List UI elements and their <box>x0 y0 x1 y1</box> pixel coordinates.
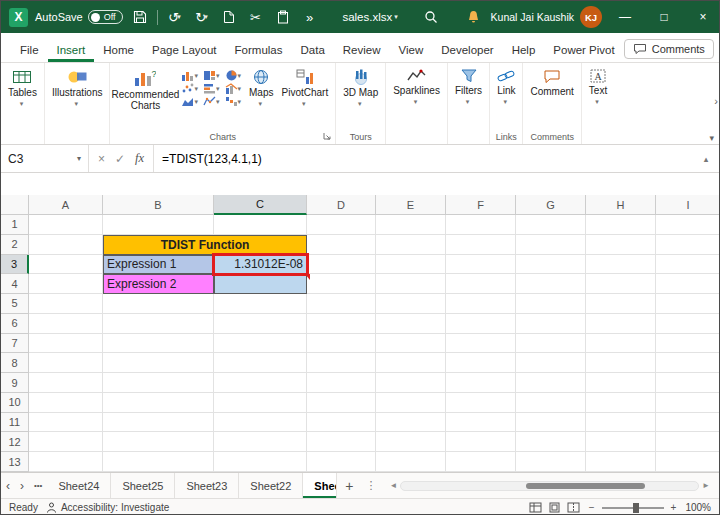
zoom-in-button[interactable]: + <box>671 502 677 513</box>
cell-F11[interactable] <box>446 413 516 433</box>
pie-chart-button[interactable]: ▾ <box>225 70 242 81</box>
cell-F5[interactable] <box>446 294 516 314</box>
tab-review[interactable]: Review <box>334 37 390 62</box>
cell-C10[interactable] <box>214 393 307 413</box>
row-header-12[interactable]: 12 <box>1 432 29 452</box>
cell-H6[interactable] <box>586 314 656 334</box>
cell-A4[interactable] <box>29 274 103 294</box>
cell-C8[interactable] <box>214 353 307 373</box>
close-button[interactable]: × <box>687 1 719 33</box>
column-header-B[interactable]: B <box>103 195 214 215</box>
cell-F3[interactable] <box>446 255 516 275</box>
tab-power-pivot[interactable]: Power Pivot <box>544 37 623 62</box>
row-header-2[interactable]: 2 <box>1 235 29 255</box>
hierarchy-chart-button[interactable]: ▾ <box>203 70 220 81</box>
insert-function-button[interactable]: fx <box>135 151 144 166</box>
cell-B5[interactable] <box>103 294 214 314</box>
row-header-1[interactable]: 1 <box>1 215 29 235</box>
cell-E9[interactable] <box>376 373 446 393</box>
row-header-8[interactable]: 8 <box>1 353 29 373</box>
scrollbar-track[interactable] <box>400 481 699 491</box>
cell-G7[interactable] <box>516 334 586 354</box>
cell-B13[interactable] <box>103 452 214 472</box>
cell-D2[interactable] <box>307 235 376 255</box>
charts-dialog-launcher[interactable] <box>323 132 331 142</box>
new-sheet-button[interactable]: + <box>337 473 361 498</box>
combo-chart-button[interactable]: ▾ <box>225 83 242 94</box>
cell-B10[interactable] <box>103 393 214 413</box>
accessibility-status[interactable]: Accessibility: Investigate <box>46 502 169 513</box>
page-break-view-icon[interactable] <box>567 502 580 513</box>
cell-D6[interactable] <box>307 314 376 334</box>
cell-D13[interactable] <box>307 452 376 472</box>
cancel-button[interactable]: × <box>98 152 105 166</box>
comments-button[interactable]: Comments <box>624 39 714 59</box>
sheet-nav-right-button[interactable]: › <box>15 473 29 498</box>
sheet-options-button[interactable]: ⋮ <box>362 473 381 498</box>
minimize-button[interactable]: — <box>609 1 641 33</box>
cell-C6[interactable] <box>214 314 307 334</box>
zoom-out-button[interactable]: − <box>589 502 595 513</box>
cell-I3[interactable] <box>656 255 719 275</box>
column-header-F[interactable]: F <box>446 195 516 215</box>
row-header-13[interactable]: 13 <box>1 452 29 472</box>
row-header-9[interactable]: 9 <box>1 373 29 393</box>
cell-C5[interactable] <box>214 294 307 314</box>
pivotchart-button[interactable]: PivotChart ▾ <box>277 65 332 109</box>
tab-data[interactable]: Data <box>292 37 334 62</box>
scroll-left-icon[interactable]: ◄ <box>387 481 401 490</box>
scroll-right-icon[interactable]: ► <box>699 481 713 490</box>
cell-A7[interactable] <box>29 334 103 354</box>
cell-F12[interactable] <box>446 432 516 452</box>
cell-G11[interactable] <box>516 413 586 433</box>
cell-C4[interactable] <box>214 274 307 294</box>
3d-map-button[interactable]: 3D Map ▾ <box>339 65 382 109</box>
tab-help[interactable]: Help <box>503 37 545 62</box>
cell-F6[interactable] <box>446 314 516 334</box>
recommended-charts-button[interactable]: ? Recommended Charts <box>113 65 177 112</box>
maps-button[interactable]: Maps ▾ <box>245 65 277 109</box>
cell-H8[interactable] <box>586 353 656 373</box>
cell-H4[interactable] <box>586 274 656 294</box>
cell-B1[interactable] <box>103 215 214 235</box>
enter-button[interactable]: ✓ <box>115 152 125 166</box>
cell-I6[interactable] <box>656 314 719 334</box>
area-chart-button[interactable]: ▾ <box>181 96 198 107</box>
tab-home[interactable]: Home <box>94 37 143 62</box>
normal-view-icon[interactable] <box>529 502 542 513</box>
cell-A9[interactable] <box>29 373 103 393</box>
cell-G3[interactable] <box>516 255 586 275</box>
cell-A11[interactable] <box>29 413 103 433</box>
tab-view[interactable]: View <box>390 37 433 62</box>
cell-C9[interactable] <box>214 373 307 393</box>
row-header-6[interactable]: 6 <box>1 314 29 334</box>
cut-button[interactable]: ✂ <box>246 5 266 29</box>
cell-B7[interactable] <box>103 334 214 354</box>
row-header-7[interactable]: 7 <box>1 334 29 354</box>
notifications-button[interactable] <box>464 5 484 29</box>
cell-D9[interactable] <box>307 373 376 393</box>
column-header-H[interactable]: H <box>586 195 656 215</box>
link-button[interactable]: Link ▾ <box>493 65 519 107</box>
sheet-tab-sheet22[interactable]: Sheet22 <box>239 473 303 498</box>
tab-insert[interactable]: Insert <box>48 37 95 62</box>
cell-D5[interactable] <box>307 294 376 314</box>
cell-A8[interactable] <box>29 353 103 373</box>
cell-H13[interactable] <box>586 452 656 472</box>
cell-H2[interactable] <box>586 235 656 255</box>
cell-I10[interactable] <box>656 393 719 413</box>
sheet-nav-left-button[interactable]: ‹ <box>1 473 15 498</box>
cell-A10[interactable] <box>29 393 103 413</box>
cell-F10[interactable] <box>446 393 516 413</box>
tables-button[interactable]: Tables ▾ <box>4 65 41 109</box>
autosave-toggle[interactable]: AutoSave Off <box>35 10 123 24</box>
zoom-slider-knob[interactable] <box>633 503 639 513</box>
tab-formulas[interactable]: Formulas <box>226 37 292 62</box>
column-header-I[interactable]: I <box>656 195 719 215</box>
row-header-4[interactable]: 4 <box>1 274 29 294</box>
cell-E2[interactable] <box>376 235 446 255</box>
waterfall-chart-button[interactable]: ▾ <box>225 96 242 107</box>
cell-E7[interactable] <box>376 334 446 354</box>
redo-button[interactable]: ↻ ▾ <box>192 5 212 29</box>
cell-B9[interactable] <box>103 373 214 393</box>
